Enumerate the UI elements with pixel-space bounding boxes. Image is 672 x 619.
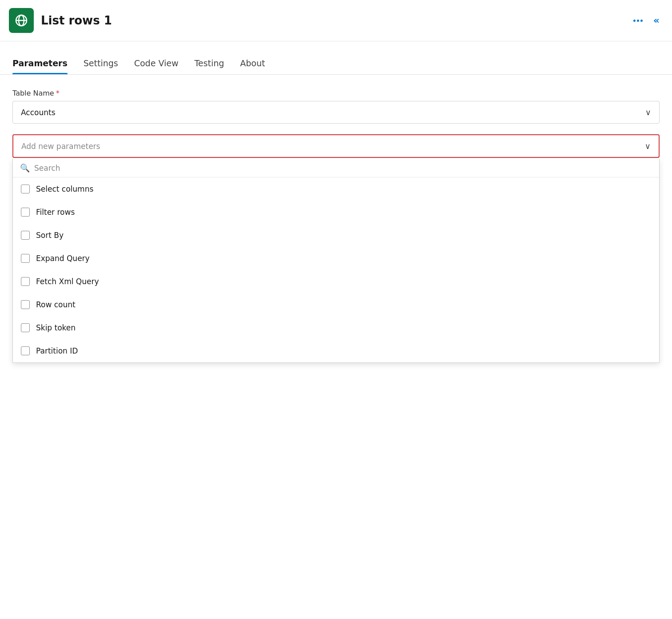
list-item-skip-token[interactable]: Skip token	[13, 316, 659, 339]
tab-parameters[interactable]: Parameters	[12, 54, 80, 74]
checkbox-filter-rows[interactable]	[21, 208, 30, 217]
table-name-select[interactable]: Accounts ∨	[12, 101, 660, 124]
label-fetch-xml-query: Fetch Xml Query	[36, 277, 99, 286]
list-item-select-columns[interactable]: Select columns	[13, 177, 659, 201]
search-icon: 🔍	[20, 163, 30, 173]
checkbox-skip-token[interactable]	[21, 323, 30, 332]
app-container: List rows 1 « Parameters Settings Code V…	[0, 0, 672, 619]
header: List rows 1 «	[0, 0, 672, 41]
checkbox-row-count[interactable]	[21, 300, 30, 309]
label-expand-query: Expand Query	[36, 254, 90, 263]
tabs-container: Parameters Settings Code View Testing Ab…	[0, 41, 672, 75]
add-params-placeholder: Add new parameters	[21, 142, 100, 151]
table-name-label: Table Name *	[12, 89, 660, 97]
main-content: Table Name * Accounts ∨ Add new paramete…	[0, 75, 672, 172]
add-params-chevron-icon: ∨	[645, 141, 651, 151]
collapse-button[interactable]: «	[653, 16, 660, 25]
more-options-button[interactable]	[630, 18, 646, 24]
checkbox-expand-query[interactable]	[21, 254, 30, 263]
add-params-dropdown[interactable]: Add new parameters ∨	[12, 134, 660, 158]
tab-settings[interactable]: Settings	[84, 54, 131, 74]
table-name-value: Accounts	[21, 108, 56, 117]
tab-testing[interactable]: Testing	[194, 54, 236, 74]
list-item-partition-id[interactable]: Partition ID	[13, 339, 659, 362]
label-partition-id: Partition ID	[36, 346, 78, 355]
list-item-row-count[interactable]: Row count	[13, 293, 659, 316]
header-left: List rows 1	[9, 8, 112, 33]
table-name-chevron-icon: ∨	[645, 108, 651, 117]
table-name-field-group: Table Name * Accounts ∨	[12, 89, 660, 124]
search-row: 🔍	[13, 159, 659, 177]
list-item-fetch-xml-query[interactable]: Fetch Xml Query	[13, 270, 659, 293]
list-item-filter-rows[interactable]: Filter rows	[13, 201, 659, 224]
label-sort-by: Sort By	[36, 231, 64, 240]
list-item-expand-query[interactable]: Expand Query	[13, 247, 659, 270]
page-title: List rows 1	[41, 14, 112, 27]
tabs-list: Parameters Settings Code View Testing Ab…	[12, 54, 660, 74]
label-row-count: Row count	[36, 300, 76, 309]
label-skip-token: Skip token	[36, 323, 76, 332]
label-filter-rows: Filter rows	[36, 208, 75, 217]
app-icon	[9, 8, 34, 33]
parameters-dropdown-panel: 🔍 Select columns Filter rows S	[12, 159, 660, 363]
list-item-sort-by[interactable]: Sort By	[13, 224, 659, 247]
parameters-checkbox-list: Select columns Filter rows Sort By Expan…	[13, 177, 659, 362]
checkbox-select-columns[interactable]	[21, 185, 30, 193]
header-actions: «	[630, 16, 660, 25]
tab-about[interactable]: About	[240, 54, 277, 74]
checkbox-fetch-xml-query[interactable]	[21, 277, 30, 286]
tab-code-view[interactable]: Code View	[134, 54, 191, 74]
add-params-container: Add new parameters ∨ 🔍 Select columns	[12, 134, 660, 158]
checkbox-sort-by[interactable]	[21, 231, 30, 240]
label-select-columns: Select columns	[36, 185, 93, 193]
search-input[interactable]	[34, 164, 652, 173]
checkbox-partition-id[interactable]	[21, 346, 30, 355]
required-indicator: *	[56, 89, 60, 97]
dataverse-logo-icon	[14, 13, 29, 28]
